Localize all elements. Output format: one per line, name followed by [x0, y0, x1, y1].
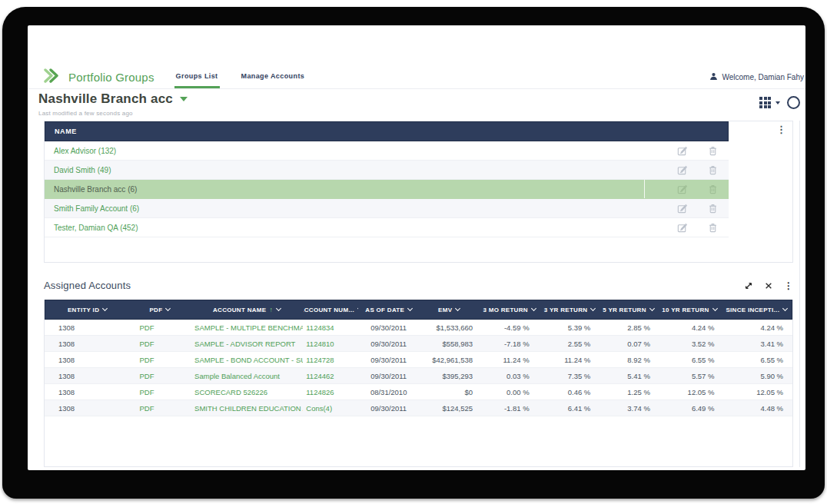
group-name-link[interactable]: Smith Family Account (6) — [45, 204, 644, 213]
brand: Portfolio Groups — [44, 68, 154, 86]
delete-icon[interactable] — [708, 145, 718, 156]
pdf-link[interactable]: PDF — [128, 323, 190, 332]
clipped-circle-icon[interactable] — [787, 96, 800, 109]
assigned-accounts-panel: ENTITY IDPDFACCOUNT NAME↑ACCOUNT NUM...A… — [44, 300, 793, 467]
column-label: 3 MO RETURN — [483, 307, 527, 313]
chevron-down-icon[interactable] — [407, 306, 413, 311]
return-3yr-cell: 0.46 % — [540, 388, 600, 396]
account-name-link[interactable]: SCORECARD 526226 — [190, 388, 303, 396]
column-header-as-of-date[interactable]: AS OF DATE — [358, 300, 419, 319]
account-name-link[interactable]: SAMPLE - BOND ACCOUNT - SU... — [190, 356, 303, 364]
group-name-link[interactable]: David Smith (49) — [45, 166, 644, 174]
chevron-down-icon[interactable] — [276, 306, 281, 311]
group-row[interactable]: Tester, Damian QA (452) — [45, 218, 729, 237]
account-row[interactable]: 1308PDFSAMPLE - BOND ACCOUNT - SU...1124… — [45, 352, 792, 368]
column-label: AS OF DATE — [365, 307, 404, 313]
delete-icon[interactable] — [708, 222, 718, 233]
row-actions — [644, 218, 729, 237]
expand-icon[interactable] — [744, 281, 753, 290]
account-number-cell: 1124826 — [303, 388, 358, 396]
column-label: PDF — [149, 307, 162, 313]
group-row[interactable]: Alex Advisor (132) — [45, 141, 729, 161]
account-number-cell: 1124834 — [303, 323, 358, 332]
account-row[interactable]: 1308PDFSCORECARD 526226112482608/31/2010… — [45, 384, 792, 400]
delete-icon[interactable] — [708, 203, 718, 214]
column-header-3-yr-return[interactable]: 3 YR RETURN — [540, 300, 599, 319]
scroll-track[interactable] — [799, 121, 800, 467]
column-label: ACCOUNT NAME — [213, 307, 266, 313]
account-row[interactable]: 1308PDFSMITH CHILDREN EDUCATION A...Cons… — [45, 400, 792, 416]
edit-icon[interactable] — [676, 145, 688, 157]
column-header-account-name[interactable]: ACCOUNT NAME↑ — [191, 300, 304, 319]
edit-icon[interactable] — [676, 203, 688, 214]
account-row[interactable]: 1308PDFSAMPLE - MULTIPLE BENCHMARK112483… — [45, 320, 792, 336]
chevron-down-icon[interactable] — [782, 306, 788, 311]
group-row[interactable]: David Smith (49) — [45, 161, 729, 180]
return-5yr-cell: 8.92 % — [599, 356, 658, 364]
chevron-down-icon[interactable] — [712, 306, 718, 311]
column-header-since-incepti[interactable]: SINCE INCEPTI... — [722, 300, 792, 319]
user-icon — [709, 72, 718, 82]
group-row[interactable]: Nashville Branch acc (6) — [45, 180, 729, 199]
groups-rows: Alex Advisor (132)David Smith (49)Nashvi… — [45, 141, 729, 237]
tab-manage-accounts[interactable]: Manage Accounts — [240, 65, 307, 88]
pdf-link[interactable]: PDF — [128, 340, 190, 348]
account-name-link[interactable]: SAMPLE - MULTIPLE BENCHMARK — [190, 323, 303, 332]
chevron-down-icon[interactable] — [165, 306, 171, 311]
row-actions — [644, 161, 729, 179]
since-inception-cell: 4.48 % — [722, 404, 792, 413]
return-3yr-cell: 11.24 % — [540, 356, 600, 364]
account-row[interactable]: 1308PDFSAMPLE - ADVISOR REPORT112481009/… — [45, 336, 792, 352]
accounts-kebab-menu-icon[interactable]: ⋮ — [784, 281, 793, 290]
edit-icon[interactable] — [676, 222, 688, 234]
account-name-link[interactable]: Sample Balanced Account — [190, 372, 303, 380]
column-header-entity-id[interactable]: ENTITY ID — [45, 300, 129, 319]
return-5yr-cell: 5.41 % — [599, 372, 658, 380]
group-name-link[interactable]: Tester, Damian QA (452) — [45, 224, 644, 232]
edit-icon[interactable] — [676, 184, 688, 195]
groups-table-header[interactable]: NAME — [45, 121, 729, 141]
row-actions — [644, 199, 729, 217]
chevron-down-icon[interactable] — [531, 306, 536, 311]
tab-groups-list[interactable]: Groups List — [174, 65, 220, 88]
app-header: Portfolio Groups Groups ListManage Accou… — [28, 65, 805, 89]
column-header-pdf[interactable]: PDF — [129, 300, 190, 319]
chevron-down-icon[interactable] — [102, 306, 108, 311]
pdf-link[interactable]: PDF — [128, 404, 190, 413]
account-row[interactable]: 1308PDFSample Balanced Account112446209/… — [45, 368, 792, 384]
column-header-account-num[interactable]: ACCOUNT NUM... — [304, 300, 358, 319]
account-name-link[interactable]: SMITH CHILDREN EDUCATION A... — [190, 404, 303, 413]
emv-cell: $395,293 — [419, 372, 479, 380]
column-header-3-mo-return[interactable]: 3 MO RETURN — [479, 300, 540, 319]
as-of-date-cell: 08/31/2010 — [358, 388, 420, 396]
column-header-emv[interactable]: EMV — [419, 300, 478, 319]
chevron-down-icon[interactable] — [649, 306, 655, 311]
return-3mo-cell: 0.03 % — [479, 372, 540, 380]
emv-cell: $1,533,660 — [419, 323, 479, 332]
delete-icon[interactable] — [708, 184, 718, 194]
group-selector[interactable]: Nashville Branch acc — [38, 91, 188, 107]
chevron-down-icon[interactable] — [455, 306, 460, 311]
pdf-link[interactable]: PDF — [128, 388, 190, 396]
column-header-10-yr-return[interactable]: 10 YR RETURN — [657, 300, 721, 319]
pdf-link[interactable]: PDF — [128, 356, 190, 364]
account-name-link[interactable]: SAMPLE - ADVISOR REPORT — [190, 340, 303, 348]
user-menu[interactable]: Welcome, Damian Fahy — [709, 72, 804, 82]
since-inception-cell: 3.41 % — [722, 340, 792, 348]
group-name-link[interactable]: Alex Advisor (132) — [45, 147, 644, 155]
group-row[interactable]: Smith Family Account (6) — [45, 199, 729, 218]
edit-icon[interactable] — [676, 164, 688, 176]
apps-grid-icon[interactable] — [759, 97, 771, 108]
delete-icon[interactable] — [708, 164, 718, 175]
apps-chevron-down-icon[interactable] — [776, 101, 780, 104]
column-header-5-yr-return[interactable]: 5 YR RETURN — [599, 300, 657, 319]
screen-icons — [759, 96, 800, 109]
last-modified-text: Last modified a few seconds ago — [38, 110, 188, 117]
emv-cell: $42,961,538 — [419, 356, 479, 364]
groups-kebab-menu-icon[interactable]: ⋮ — [776, 124, 786, 134]
group-name-link[interactable]: Nashville Branch acc (6) — [45, 185, 644, 194]
chevron-down-icon[interactable] — [590, 306, 596, 311]
pdf-link[interactable]: PDF — [128, 372, 190, 380]
close-icon[interactable] — [765, 282, 772, 290]
groups-panel: ⋮ NAME Alex Advisor (132)David Smith (49… — [44, 121, 793, 263]
